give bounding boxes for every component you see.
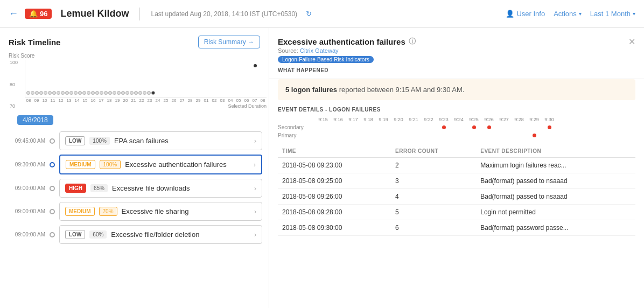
event-details-section: EVENT DETAILS - LOGON FAILURES 9:15 9:16… [269, 107, 644, 308]
cell-error-count: 3 [391, 173, 476, 189]
list-item: 09:00:00 AM MEDIUM 70% Excessive file sh… [6, 202, 262, 221]
cell-time: 2018-05-08 09:23:00 [278, 158, 391, 173]
timeline-time: 09:00:00 AM [6, 208, 45, 214]
risk-timeline-title: Risk Timeline [9, 38, 60, 47]
timeline-list: 09:45:00 AM LOW 100% EPA scan failures ›… [0, 131, 269, 248]
selected-duration-label: Selected Duration [25, 103, 267, 109]
table-row: 2018-05-08 09:23:00 2 Maximum login fail… [278, 158, 635, 173]
cell-error-count: 4 [391, 189, 476, 205]
header-divider [139, 8, 140, 20]
what-happened-label: WHAT HAPPENED [278, 67, 416, 73]
event-name: Excessive file/folder deletion [111, 230, 250, 239]
cell-time: 2018-05-08 09:26:00 [278, 189, 391, 205]
cell-description: Maximum login failures reac... [476, 158, 635, 173]
risk-chart [25, 60, 267, 97]
main-content: Risk Timeline Risk Summary → Risk Score … [0, 28, 644, 308]
cell-description: Bad(format) passed to nsaaad [476, 189, 635, 205]
header: ← 🔔 96 Lemuel Kildow Last updated Aug 20… [0, 0, 644, 28]
timeline-dot [50, 209, 55, 214]
event-name: Excessive file downloads [112, 184, 250, 192]
user-icon: 👤 [506, 10, 514, 18]
risk-summary-button[interactable]: Risk Summary → [198, 36, 260, 48]
percent-badge: 65% [90, 184, 108, 192]
user-info-button[interactable]: 👤 User Info [506, 10, 545, 18]
cell-error-count: 6 [391, 220, 476, 236]
source-text: Source: Citrix Gateway [278, 47, 416, 54]
time-chart: 9:15 9:16 9:17 9:18 9:19 9:20 9:21 9:22 … [278, 117, 635, 138]
last-updated-text: Last updated Aug 20, 2018, 14:10 IST (UT… [151, 10, 297, 18]
refresh-icon[interactable]: ↻ [306, 10, 312, 18]
table-row: 2018-05-08 09:28:00 5 Login not permitte… [278, 205, 635, 220]
table-row: 2018-05-08 09:26:00 4 Bad(format) passed… [278, 189, 635, 205]
percent-badge: 100% [100, 160, 121, 169]
cell-time: 2018-05-08 09:28:00 [278, 205, 391, 220]
event-table: TIME ERROR COUNT EVENT DESCRIPTION 2018-… [278, 145, 635, 236]
severity-badge: HIGH [65, 184, 86, 193]
alert-count: 96 [40, 10, 47, 18]
panel-title: Excessive authentication failures ⓘ [278, 37, 416, 46]
timeline-dot [50, 232, 55, 237]
timeline-card-deletion[interactable]: LOW 60% Excessive file/folder deletion › [59, 225, 262, 244]
summary-text: reported between 9:15 AM and 9:30 AM. [339, 86, 465, 94]
timeline-time: 09:00:00 AM [6, 232, 45, 237]
event-name: Excessive file sharing [122, 207, 250, 215]
chevron-right-icon: › [254, 231, 256, 239]
risk-timeline-header: Risk Timeline Risk Summary → [0, 28, 269, 53]
timeline-card-auth[interactable]: MEDIUM 100% Excessive authentication fai… [59, 155, 262, 174]
chevron-right-icon: › [254, 137, 256, 145]
timeline-dot [50, 162, 55, 167]
percent-badge: 100% [89, 137, 110, 145]
date-badge: 4/8/2018 [17, 115, 53, 125]
timeline-time: 09:00:00 AM [6, 185, 45, 191]
close-icon[interactable]: ✕ [628, 37, 635, 47]
table-row: 2018-05-08 09:30:00 6 Bad(format) passwo… [278, 220, 635, 236]
timeline-card-epa[interactable]: LOW 100% EPA scan failures › [59, 131, 262, 150]
back-button[interactable]: ← [9, 8, 18, 19]
chart-y-labels: 100 80 70 [10, 60, 18, 109]
info-icon[interactable]: ⓘ [409, 37, 416, 46]
source-link[interactable]: Citrix Gateway [300, 47, 339, 54]
col-header-event-description: EVENT DESCRIPTION [476, 145, 635, 158]
col-header-time: TIME [278, 145, 391, 158]
timeline-dot [50, 186, 55, 191]
list-item: 09:00:00 AM LOW 60% Excessive file/folde… [6, 225, 262, 244]
severity-badge: MEDIUM [65, 207, 95, 216]
timeline-time: 09:30:00 AM [6, 162, 45, 167]
actions-chevron-icon: ▾ [579, 11, 582, 17]
timeline-dot [50, 138, 55, 144]
timeline-card-sharing[interactable]: MEDIUM 70% Excessive file sharing › [59, 202, 262, 221]
risk-score-label: Risk Score [9, 53, 260, 59]
tag-badge: Logon-Failure-Based Risk Indicators [278, 56, 374, 63]
summary-bold: 5 logon failures [285, 86, 337, 94]
right-panel-header: Excessive authentication failures ⓘ Sour… [269, 28, 644, 79]
chart-row-label: Primary [278, 132, 316, 138]
chevron-right-icon: › [254, 185, 256, 192]
severity-badge: LOW [65, 136, 85, 145]
severity-badge: MEDIUM [66, 160, 95, 169]
list-item: 09:45:00 AM LOW 100% EPA scan failures › [6, 131, 262, 150]
right-panel-header-content: Excessive authentication failures ⓘ Sour… [278, 37, 416, 73]
event-name: EPA scan failures [114, 137, 250, 145]
chevron-right-icon: › [254, 161, 256, 169]
cell-time: 2018-05-08 09:25:00 [278, 173, 391, 189]
timeline-time: 09:45:00 AM [6, 138, 45, 144]
left-panel: Risk Timeline Risk Summary → Risk Score … [0, 28, 269, 308]
timeline-card-downloads[interactable]: HIGH 65% Excessive file downloads › [59, 179, 262, 198]
time-range-button[interactable]: Last 1 Month ▾ [590, 10, 635, 18]
chevron-right-icon: › [254, 208, 256, 215]
cell-error-count: 2 [391, 158, 476, 173]
event-name: Excessive authentication failures [125, 160, 249, 169]
severity-badge: LOW [65, 230, 85, 239]
cell-time: 2018-05-08 09:30:00 [278, 220, 391, 236]
percent-badge: 70% [99, 207, 117, 216]
col-header-error-count: ERROR COUNT [391, 145, 476, 158]
actions-button[interactable]: Actions ▾ [554, 10, 582, 18]
chart-row-label: Secondary [278, 124, 316, 130]
cell-error-count: 5 [391, 205, 476, 220]
chart-area: Risk Score 100 80 70 [0, 53, 269, 109]
summary-box: 5 logon failures reported between 9:15 A… [278, 79, 635, 100]
time-range-chevron-icon: ▾ [633, 11, 635, 17]
cell-description: Login not permitted [476, 205, 635, 220]
cell-description: Bad(format) passed to nsaaad [476, 173, 635, 189]
user-name: Lemuel Kildow [60, 8, 129, 19]
